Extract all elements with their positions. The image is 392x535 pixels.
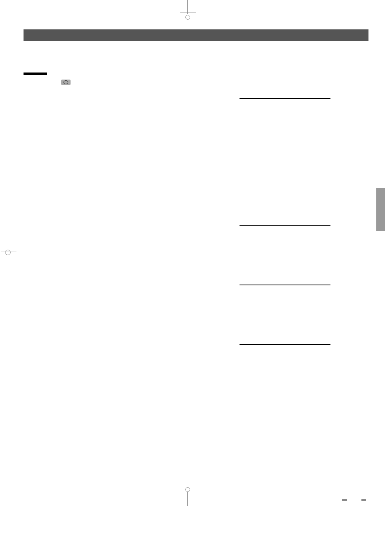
cropmark [5,250,11,255]
heading-rule [24,73,47,75]
osd-screenshot-menu-lang [240,225,330,226]
osd-screenshot-subtitle-lang [240,285,330,285]
cropmark [185,15,190,20]
cropmark [180,13,196,13]
languages-page-icon [61,80,71,85]
step-number [51,89,56,96]
cropmark [187,0,188,14]
side-tab-setup [376,188,385,231]
step-number [51,109,56,116]
page-number-decor [342,499,347,501]
step-2 [51,78,270,86]
cropmark [187,492,188,506]
step-number [51,98,56,106]
step-3 [51,89,270,96]
page-number-decor [361,499,366,501]
cropmark [185,487,190,492]
step-5 [51,109,270,116]
step-number [51,78,56,86]
header-bar [24,29,368,41]
step-4 [51,98,270,106]
osd-screenshot-audio-lang [240,344,330,345]
osd-screenshot-osd-lang [240,98,330,99]
content [51,67,353,131]
step-text [61,78,71,86]
